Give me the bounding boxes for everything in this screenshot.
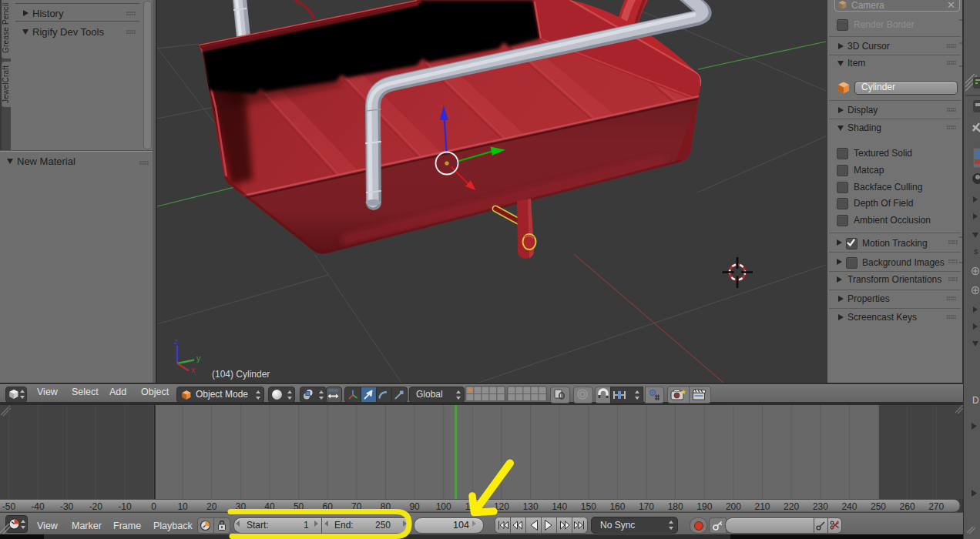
svg-text:160: 160 xyxy=(609,501,625,512)
svg-text:200: 200 xyxy=(726,501,741,512)
svg-text:70: 70 xyxy=(351,501,362,512)
svg-text:170: 170 xyxy=(639,501,654,512)
svg-text:-20: -20 xyxy=(89,501,103,512)
svg-text:-10: -10 xyxy=(118,501,132,512)
svg-text:40: 40 xyxy=(264,501,275,512)
svg-text:z: z xyxy=(174,336,178,346)
svg-text:230: 230 xyxy=(813,501,828,512)
svg-text:150: 150 xyxy=(581,501,596,512)
svg-text:-50: -50 xyxy=(2,501,16,512)
svg-text:D: D xyxy=(972,395,979,406)
svg-text:30: 30 xyxy=(236,501,247,512)
svg-text:50: 50 xyxy=(294,501,304,512)
svg-text:-40: -40 xyxy=(31,501,45,512)
svg-text:120: 120 xyxy=(494,501,509,512)
svg-text:10: 10 xyxy=(177,501,188,512)
svg-text:(104) Cylinder: (104) Cylinder xyxy=(212,369,270,380)
svg-text:y: y xyxy=(196,353,201,363)
svg-text:100: 100 xyxy=(436,501,451,512)
svg-text:130: 130 xyxy=(523,501,539,512)
svg-text:60: 60 xyxy=(323,501,334,512)
svg-text:140: 140 xyxy=(552,501,567,512)
svg-text:180: 180 xyxy=(668,501,683,512)
svg-text:190: 190 xyxy=(696,501,712,512)
svg-text:0: 0 xyxy=(151,501,156,512)
svg-text:210: 210 xyxy=(754,501,770,512)
svg-text:80: 80 xyxy=(381,501,391,512)
svg-text:20: 20 xyxy=(206,501,217,512)
svg-text:270: 270 xyxy=(928,501,944,512)
svg-text:x: x xyxy=(191,365,196,374)
svg-text:-30: -30 xyxy=(60,501,74,512)
svg-text:250: 250 xyxy=(871,501,886,512)
svg-text:90: 90 xyxy=(409,501,420,512)
svg-text:110: 110 xyxy=(465,501,480,512)
svg-text:260: 260 xyxy=(900,501,915,512)
svg-text:s: s xyxy=(974,246,978,256)
svg-text:220: 220 xyxy=(784,501,799,512)
svg-text:240: 240 xyxy=(841,501,857,512)
